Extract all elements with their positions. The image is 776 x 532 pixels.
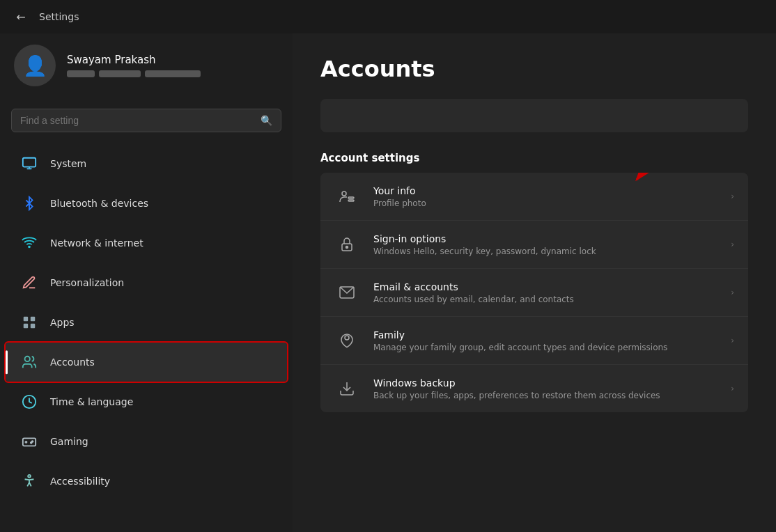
sidebar-item-time-label: Time & language xyxy=(50,396,133,407)
user-info: Swayam Prakash xyxy=(67,54,201,77)
sidebar-item-bluetooth[interactable]: Bluetooth & devices xyxy=(6,184,287,223)
sidebar-item-gaming[interactable]: Gaming xyxy=(6,422,287,461)
search-box[interactable]: 🔍 xyxy=(11,109,281,132)
apps-icon xyxy=(20,313,39,332)
signin-chevron: › xyxy=(731,240,734,249)
svg-rect-4 xyxy=(24,317,28,321)
user-detail-bar-3 xyxy=(145,70,201,77)
svg-rect-0 xyxy=(23,158,36,167)
sidebar-item-accessibility-label: Accessibility xyxy=(50,476,110,487)
your-info-title: Your info xyxy=(373,185,717,196)
sidebar-item-network-label: Network & internet xyxy=(50,237,143,249)
svg-rect-17 xyxy=(348,200,354,201)
svg-rect-1 xyxy=(26,168,31,169)
your-info-chevron: › xyxy=(731,191,734,201)
sidebar-item-accounts[interactable]: Accounts xyxy=(6,343,287,382)
page-title: Accounts xyxy=(320,56,748,82)
search-icon: 🔍 xyxy=(261,115,272,126)
accounts-icon xyxy=(20,352,39,372)
your-info-icon xyxy=(334,184,359,209)
email-chevron: › xyxy=(731,288,734,297)
your-info-subtitle: Profile photo xyxy=(373,198,717,208)
svg-rect-5 xyxy=(31,317,35,321)
svg-rect-6 xyxy=(24,324,28,328)
banner-area xyxy=(320,99,748,132)
svg-point-3 xyxy=(28,246,31,249)
personalization-icon xyxy=(20,273,39,292)
your-info-text: Your info Profile photo xyxy=(373,185,717,208)
sidebar-item-gaming-label: Gaming xyxy=(50,436,88,447)
sidebar-item-personalization[interactable]: Personalization xyxy=(6,263,287,302)
avatar: 👤 xyxy=(14,45,56,86)
network-icon xyxy=(20,233,39,253)
signin-title: Sign-in options xyxy=(373,233,717,244)
svg-point-19 xyxy=(346,247,348,249)
family-icon xyxy=(334,328,359,353)
sidebar-item-bluetooth-label: Bluetooth & devices xyxy=(50,198,148,209)
family-chevron: › xyxy=(731,336,734,345)
sidebar: 👤 Swayam Prakash 🔍 xyxy=(0,33,293,532)
user-name: Swayam Prakash xyxy=(67,54,201,66)
svg-rect-7 xyxy=(31,324,35,328)
sidebar-item-accessibility[interactable]: Accessibility xyxy=(6,462,287,501)
svg-point-13 xyxy=(28,475,31,478)
backup-title: Windows backup xyxy=(373,377,717,389)
backup-chevron: › xyxy=(731,384,734,393)
sidebar-nav: System Bluetooth & devices Network & int… xyxy=(0,143,293,501)
email-icon xyxy=(334,280,359,305)
backup-text: Windows backup Back up your files, apps,… xyxy=(373,377,717,400)
user-detail-bar-1 xyxy=(67,70,95,77)
system-icon xyxy=(20,154,39,173)
svg-point-12 xyxy=(31,442,32,444)
accessibility-icon xyxy=(20,471,39,491)
family-text: Family Manage your family group, edit ac… xyxy=(373,329,717,352)
signin-text: Sign-in options Windows Hello, security … xyxy=(373,233,717,256)
section-title: Account settings xyxy=(320,152,748,164)
sidebar-item-apps-label: Apps xyxy=(50,317,75,328)
email-text: Email & accounts Accounts used by email,… xyxy=(373,281,717,304)
settings-item-signin[interactable]: Sign-in options Windows Hello, security … xyxy=(320,221,748,269)
family-title: Family xyxy=(373,329,717,341)
sidebar-item-personalization-label: Personalization xyxy=(50,277,124,288)
title-bar: ← Settings xyxy=(0,0,776,33)
sidebar-item-apps[interactable]: Apps xyxy=(6,303,287,342)
settings-item-backup[interactable]: Windows backup Back up your files, apps,… xyxy=(320,365,748,412)
settings-list: Your info Profile photo › Sign-in option… xyxy=(320,173,748,412)
settings-item-email[interactable]: Email & accounts Accounts used by email,… xyxy=(320,269,748,317)
content-area: Accounts Account settings xyxy=(293,33,776,532)
family-subtitle: Manage your family group, edit account t… xyxy=(373,343,717,352)
backup-icon xyxy=(334,376,359,401)
bluetooth-icon xyxy=(20,194,39,213)
sidebar-item-network[interactable]: Network & internet xyxy=(6,224,287,263)
svg-point-15 xyxy=(342,191,346,196)
sidebar-item-time[interactable]: Time & language xyxy=(6,382,287,421)
sidebar-item-system-label: System xyxy=(50,158,86,169)
search-input[interactable] xyxy=(20,115,255,126)
user-details xyxy=(67,70,201,77)
svg-rect-10 xyxy=(23,438,36,446)
email-title: Email & accounts xyxy=(373,281,717,292)
signin-icon xyxy=(334,232,359,257)
main-layout: 👤 Swayam Prakash 🔍 xyxy=(0,33,776,532)
svg-rect-16 xyxy=(348,197,354,198)
signin-subtitle: Windows Hello, security key, password, d… xyxy=(373,247,717,256)
sidebar-item-accounts-label: Accounts xyxy=(50,357,95,368)
backup-subtitle: Back up your files, apps, preferences to… xyxy=(373,391,717,400)
settings-item-family[interactable]: Family Manage your family group, edit ac… xyxy=(320,317,748,365)
user-detail-bar-2 xyxy=(99,70,141,77)
gaming-icon xyxy=(20,432,39,451)
settings-item-your-info[interactable]: Your info Profile photo › xyxy=(320,173,748,221)
svg-point-8 xyxy=(25,357,30,361)
time-icon xyxy=(20,392,39,412)
window-title: Settings xyxy=(39,11,79,22)
back-button[interactable]: ← xyxy=(11,7,31,26)
user-profile[interactable]: 👤 Swayam Prakash xyxy=(0,33,293,97)
sidebar-item-system[interactable]: System xyxy=(6,144,287,183)
search-container: 🔍 xyxy=(0,103,293,143)
email-subtitle: Accounts used by email, calendar, and co… xyxy=(373,295,717,304)
